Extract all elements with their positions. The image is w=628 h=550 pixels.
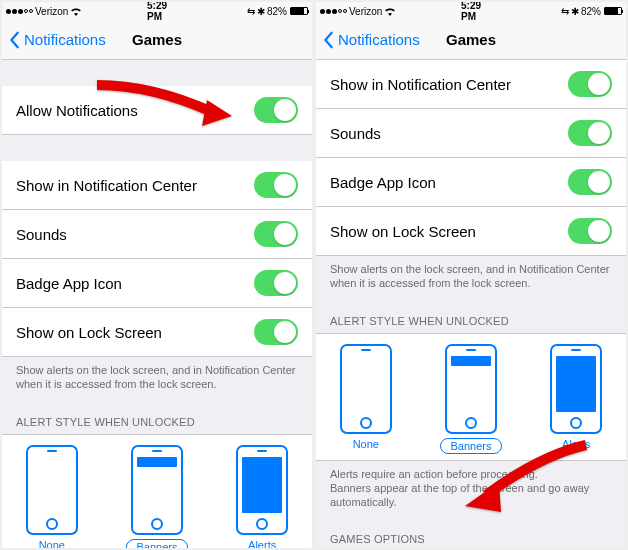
back-button[interactable]: Notifications	[8, 31, 106, 49]
alert-style-banners[interactable]: Banners	[126, 445, 189, 548]
wifi-icon	[384, 7, 396, 16]
signal-icon	[320, 9, 347, 14]
lockscreen-toggle[interactable]	[568, 218, 612, 244]
show-in-center-cell[interactable]: Show in Notification Center	[2, 161, 312, 210]
cell-label: Badge App Icon	[16, 275, 122, 292]
alert-style-alerts[interactable]: Alerts	[236, 445, 288, 548]
status-bar: Verizon 5:29 PM ⇆ ✱ 82%	[316, 2, 626, 20]
badge-cell[interactable]: Badge App Icon	[316, 158, 626, 207]
battery-pct: 82%	[581, 6, 601, 17]
alert-style-header: ALERT STYLE WHEN UNLOCKED	[2, 402, 312, 434]
alert-style-header: ALERT STYLE WHEN UNLOCKED	[316, 301, 626, 333]
alert-style-alerts[interactable]: Alerts	[550, 344, 602, 454]
carrier: Verizon	[349, 6, 382, 17]
content: Allow Notifications Show in Notification…	[2, 60, 312, 548]
phone-left: Verizon 5:29 PM ⇆ ✱ 82% Notifications Ga…	[2, 2, 312, 548]
battery-icon	[604, 7, 622, 15]
battery-pct: 82%	[267, 6, 287, 17]
cell-label: Show in Notification Center	[330, 76, 511, 93]
allow-notifications-cell[interactable]: Allow Notifications	[2, 86, 312, 135]
clock: 5:29 PM	[461, 2, 481, 22]
cell-label: Sounds	[330, 125, 381, 142]
lockscreen-toggle[interactable]	[254, 319, 298, 345]
show-center-toggle[interactable]	[568, 71, 612, 97]
carrier: Verizon	[35, 6, 68, 17]
alert-style-banners[interactable]: Banners	[440, 344, 503, 454]
battery-icon	[290, 7, 308, 15]
back-button[interactable]: Notifications	[322, 31, 420, 49]
cell-label: Sounds	[16, 226, 67, 243]
phone-right: Verizon 5:29 PM ⇆ ✱ 82% Notifications Ga…	[316, 2, 626, 548]
alarm-icon: ⇆	[561, 6, 569, 17]
alarm-icon: ⇆	[247, 6, 255, 17]
signal-icon	[6, 9, 33, 14]
nav-bar: Notifications Games	[2, 20, 312, 60]
cell-label: Show in Notification Center	[16, 177, 197, 194]
content: Show in Notification Center Sounds Badge…	[316, 60, 626, 548]
wifi-icon	[70, 7, 82, 16]
lockscreen-cell[interactable]: Show on Lock Screen	[2, 308, 312, 357]
badge-cell[interactable]: Badge App Icon	[2, 259, 312, 308]
alert-style-picker[interactable]: None Banners Alerts	[2, 434, 312, 548]
cell-label: Allow Notifications	[16, 102, 138, 119]
show-center-toggle[interactable]	[254, 172, 298, 198]
cell-label: Show on Lock Screen	[330, 223, 476, 240]
badge-toggle[interactable]	[568, 169, 612, 195]
back-label: Notifications	[24, 31, 106, 48]
alert-style-none[interactable]: None	[26, 445, 78, 548]
sounds-toggle[interactable]	[568, 120, 612, 146]
games-options-header: GAMES OPTIONS	[316, 519, 626, 548]
bluetooth-icon: ✱	[257, 6, 265, 17]
lockscreen-cell[interactable]: Show on Lock Screen	[316, 207, 626, 256]
alert-style-none[interactable]: None	[340, 344, 392, 454]
nav-bar: Notifications Games	[316, 20, 626, 60]
bluetooth-icon: ✱	[571, 6, 579, 17]
page-title: Games	[446, 31, 496, 48]
sounds-cell[interactable]: Sounds	[2, 210, 312, 259]
show-in-center-cell[interactable]: Show in Notification Center	[316, 60, 626, 109]
clock: 5:29 PM	[147, 2, 167, 22]
sounds-cell[interactable]: Sounds	[316, 109, 626, 158]
allow-toggle[interactable]	[254, 97, 298, 123]
footer-note: Show alerts on the lock screen, and in N…	[2, 357, 312, 402]
badge-toggle[interactable]	[254, 270, 298, 296]
sounds-toggle[interactable]	[254, 221, 298, 247]
cell-label: Show on Lock Screen	[16, 324, 162, 341]
back-label: Notifications	[338, 31, 420, 48]
cell-label: Badge App Icon	[330, 174, 436, 191]
footer-note: Show alerts on the lock screen, and in N…	[316, 256, 626, 301]
status-bar: Verizon 5:29 PM ⇆ ✱ 82%	[2, 2, 312, 20]
alert-style-picker[interactable]: None Banners Alerts	[316, 333, 626, 461]
page-title: Games	[132, 31, 182, 48]
footer-note-2: Alerts require an action before proceedi…	[316, 461, 626, 520]
